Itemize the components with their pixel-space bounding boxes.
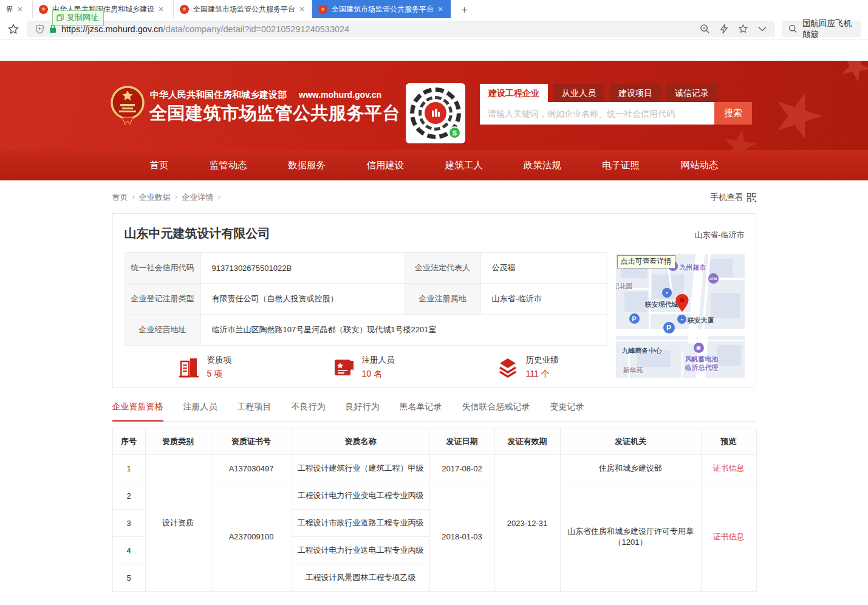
star-decoration: ★ — [831, 61, 868, 93]
emblem-favicon-icon: ★ — [180, 5, 189, 14]
breadcrumb-home[interactable]: 首页 — [112, 192, 128, 203]
qualification-name: 工程设计电力行业变电工程专业丙级 — [292, 482, 429, 510]
screen: 界 × ★ 中华人民共和国住房和城乡建设 × ★ 全国建筑市场监管公共服务平台 … — [0, 0, 868, 605]
close-icon[interactable]: × — [299, 5, 304, 13]
tab-registered-staff[interactable]: 注册人员 — [183, 402, 217, 421]
map-label-lianan-city: 联安现代城 — [645, 300, 678, 309]
row-number: 2 — [112, 482, 145, 510]
map-label-supermarket: 九州超市 — [680, 263, 706, 272]
search-tab-project[interactable]: 建设项目 — [610, 84, 661, 102]
table-header-row: 序号 资质类别 资质证书号 资质名称 发证日期 发证有效期 发证机关 预览 — [112, 428, 756, 455]
company-location-map[interactable]: 点击可查看详情 ▣ 九州超市 ATM 纪花园 ▪ 联安现代城 ▪ 联安大厦 P … — [616, 254, 745, 378]
certificate-number: A137030497 — [211, 455, 292, 482]
issue-date: 2017-08-02 — [429, 455, 494, 482]
copy-icon — [56, 14, 64, 21]
address-value: 临沂市兰山区陶然路107号星河晶都（联安）现代城1号楼2201室 — [201, 315, 607, 346]
stat-label: 历史业绩 — [526, 355, 559, 366]
site-header: ★ ★ ★ 中华人民共和国住房和城乡建设部 www.mohurd.gov.cn … — [0, 61, 868, 150]
map-label-xinhua: 新华苑 — [623, 366, 643, 375]
nav-item-credit[interactable]: 信用建设 — [366, 159, 404, 172]
browser-tab-bar: 界 × ★ 中华人民共和国住房和城乡建设 × ★ 全国建筑市场监管公共服务平台 … — [0, 0, 868, 18]
reg-region-value: 山东省-临沂市 — [481, 284, 607, 315]
browser-tab-jzsc-1[interactable]: ★ 全国建筑市场监管公共服务平台 × — [174, 0, 312, 18]
shield-icon[interactable] — [35, 24, 44, 34]
tab-blacklist[interactable]: 黑名单记录 — [400, 402, 442, 421]
breadcrumb-company-detail[interactable]: 企业详情 — [182, 192, 213, 203]
tab-good-behavior[interactable]: 良好行为 — [346, 402, 380, 421]
tab-change-records[interactable]: 变更记录 — [550, 402, 584, 421]
close-icon[interactable]: × — [18, 5, 22, 13]
stat-qualifications[interactable]: 资质项 5 项 — [177, 355, 232, 380]
nav-item-supervision[interactable]: 监管动态 — [210, 159, 247, 172]
ministry-name: 中华人民共和国住房和城乡建设部 — [150, 89, 287, 101]
qualification-name: 工程设计风景园林工程专项乙级 — [292, 564, 429, 592]
tab-projects[interactable]: 工程项目 — [238, 402, 272, 421]
url-path: /data/company/detail?id=0021052912405330… — [163, 24, 349, 34]
new-tab-button[interactable]: ＋ — [451, 0, 478, 18]
zoom-out-icon[interactable] — [700, 24, 710, 34]
qr-code[interactable]: S — [406, 83, 465, 143]
chevron-down-icon[interactable] — [758, 26, 767, 32]
tab-bad-behavior[interactable]: 不良行为 — [292, 402, 326, 421]
certificate-info-link[interactable]: 证书信息 — [713, 532, 745, 541]
issue-date: 2018-01-03 — [429, 482, 494, 592]
stat-value: 111 个 — [526, 369, 559, 380]
search-tab-practitioner[interactable]: 从业人员 — [553, 84, 604, 102]
map-tooltip: 点击可查看详情 — [617, 255, 675, 268]
search-tab-enterprise[interactable]: 建设工程企业 — [480, 84, 548, 102]
url-field[interactable]: https://jzsc.mohurd.gov.cn/data/company/… — [27, 21, 775, 37]
browser-search-text: 国航回应飞机颠簸 — [802, 18, 855, 40]
breadcrumb-company-data[interactable]: 企业数据 — [139, 192, 171, 203]
search-icon — [788, 24, 798, 33]
validity-date: 2023-12-31 — [494, 455, 560, 592]
browser-tab-partial[interactable]: 界 × — [0, 0, 33, 18]
tab-qualifications[interactable]: 企业资质资格 — [112, 402, 163, 422]
main-navigation: 首页 监管动态 数据服务 信用建设 建筑工人 政策法规 电子证照 网站动态 — [0, 150, 868, 180]
search-tab-credit[interactable]: 诚信记录 — [666, 84, 717, 102]
stat-registered-staff[interactable]: 注册人员 10 名 — [332, 355, 395, 380]
search-button[interactable]: 搜索 — [714, 102, 752, 125]
col-header: 资质名称 — [292, 428, 429, 455]
atm-poi-icon: ATM — [708, 273, 719, 284]
qualification-name: 工程设计电力行业送电工程专业丙级 — [292, 537, 429, 564]
certificate-info-link[interactable]: 证书信息 — [713, 463, 745, 473]
close-icon[interactable]: × — [159, 5, 163, 13]
company-summary-card: 山东中元建筑设计有限公司 山东省-临沂市 统一社会信用代码 9137130267… — [112, 213, 756, 388]
tab-title: 全国建筑市场监管公共服务平台 — [332, 4, 434, 15]
nav-item-data-service[interactable]: 数据服务 — [288, 159, 326, 172]
ministry-site-url: www.mohurd.gov.cn — [299, 90, 381, 100]
field-label: 企业注册属地 — [405, 284, 481, 315]
tab-dishonesty-records[interactable]: 失信联合惩戒记录 — [462, 402, 530, 421]
browser-search-box[interactable]: 国航回应飞机颠簸 — [782, 21, 861, 37]
flash-icon[interactable] — [720, 24, 728, 34]
credit-code-value: 91371302675501022B — [201, 253, 405, 284]
nav-item-site-news[interactable]: 网站动态 — [680, 159, 718, 172]
nav-item-home[interactable]: 首页 — [150, 159, 169, 172]
mobile-view-button[interactable]: 手机查看 — [711, 192, 756, 203]
breadcrumb-row: 首页› 企业数据› 企业详情› 手机查看 — [112, 180, 756, 211]
map-label-business-center: 九峰商务中心 — [622, 346, 662, 355]
reg-type-value: 有限责任公司（自然人投资或控股） — [201, 284, 405, 315]
map-pin-icon — [675, 294, 689, 315]
keyword-search-input[interactable] — [480, 102, 714, 125]
building-poi-icon: ▪ — [662, 288, 672, 298]
stat-track-record[interactable]: 历史业绩 111 个 — [496, 355, 559, 380]
col-header: 发证机关 — [560, 428, 701, 455]
nav-item-e-license[interactable]: 电子证照 — [602, 159, 640, 172]
stat-label: 注册人员 — [362, 355, 395, 366]
qr-mini-icon — [747, 193, 756, 202]
close-icon[interactable]: × — [438, 5, 443, 13]
detail-section-tabs: 企业资质资格 注册人员 工程项目 不良行为 良好行为 黑名单记录 失信联合惩戒记… — [112, 402, 756, 422]
map-label-battery-2: 临沂总代理 — [685, 363, 719, 372]
national-emblem-icon — [110, 81, 145, 131]
battery-poi-icon: ▣ — [694, 343, 704, 353]
qualification-name: 工程设计建筑行业（建筑工程）甲级 — [292, 455, 429, 482]
copy-tooltip-text: 复制网址 — [67, 12, 98, 23]
favorite-star-icon[interactable] — [738, 24, 748, 34]
stat-value: 5 项 — [207, 369, 232, 380]
legal-rep-value: 公茂福 — [481, 253, 607, 284]
bookmark-star-icon[interactable] — [7, 23, 19, 35]
browser-tab-jzsc-active[interactable]: ★ 全国建筑市场监管公共服务平台 × — [312, 0, 451, 18]
nav-item-policy[interactable]: 政策法规 — [524, 159, 561, 172]
nav-item-workers[interactable]: 建筑工人 — [445, 159, 483, 172]
